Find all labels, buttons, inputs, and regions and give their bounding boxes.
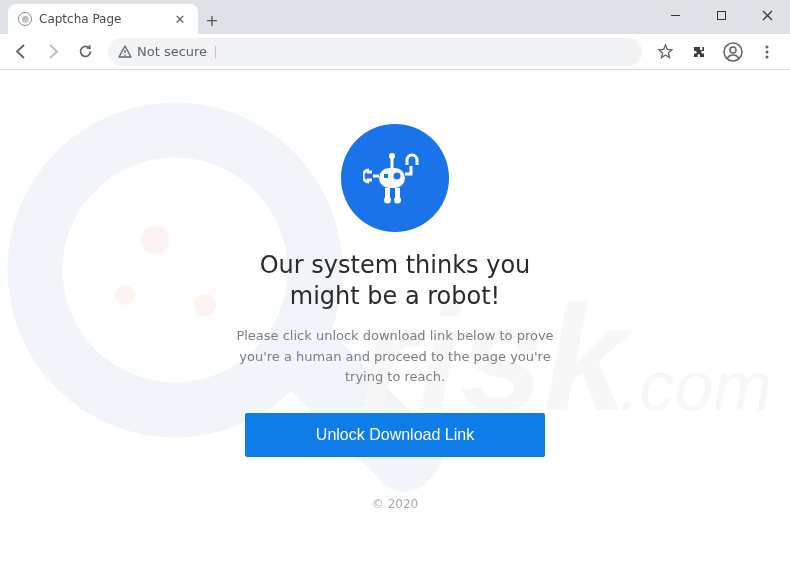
security-indicator[interactable]: Not secure	[118, 44, 207, 59]
tab-title: Captcha Page	[39, 12, 165, 26]
svg-point-5	[124, 54, 126, 56]
sub-text: Please click unlock download link below …	[230, 326, 560, 386]
svg-point-25	[384, 197, 391, 204]
headline-text: Our system thinks you might be a robot!	[225, 250, 565, 312]
robot-icon	[363, 146, 427, 210]
profile-button[interactable]	[718, 37, 748, 67]
globe-icon	[18, 12, 32, 26]
warning-icon	[118, 45, 132, 59]
svg-rect-22	[384, 174, 388, 178]
bookmark-button[interactable]	[650, 37, 680, 67]
address-bar[interactable]: Not secure |	[108, 38, 642, 66]
forward-button[interactable]	[38, 37, 68, 67]
maximize-button[interactable]	[698, 0, 744, 30]
svg-rect-18	[379, 168, 405, 188]
menu-button[interactable]	[752, 37, 782, 67]
close-window-button[interactable]	[744, 0, 790, 30]
back-arrow-icon	[13, 43, 30, 60]
back-button[interactable]	[6, 37, 36, 67]
svg-point-21	[394, 173, 401, 180]
svg-point-20	[389, 153, 395, 159]
footer-text: © 2020	[372, 497, 418, 511]
svg-point-10	[766, 55, 769, 58]
minimize-icon	[670, 10, 681, 21]
maximize-icon	[716, 10, 727, 21]
address-separator: |	[213, 44, 217, 59]
star-icon	[657, 43, 674, 60]
browser-tab[interactable]: Captcha Page ✕	[8, 4, 198, 34]
robot-badge	[341, 124, 449, 232]
kebab-icon	[759, 44, 775, 60]
page-viewport: risk .com	[0, 70, 790, 561]
svg-point-9	[766, 50, 769, 53]
close-icon	[762, 10, 773, 21]
extensions-button[interactable]	[684, 37, 714, 67]
window-controls	[652, 0, 790, 34]
reload-button[interactable]	[70, 37, 100, 67]
svg-point-8	[766, 45, 769, 48]
new-tab-button[interactable]: +	[198, 6, 226, 34]
browser-titlebar: Captcha Page ✕ +	[0, 0, 790, 34]
svg-rect-1	[717, 11, 725, 19]
svg-point-26	[394, 197, 401, 204]
unlock-download-button[interactable]: Unlock Download Link	[245, 413, 545, 457]
minimize-button[interactable]	[652, 0, 698, 30]
toolbar-right	[650, 37, 784, 67]
avatar-icon	[723, 42, 743, 62]
puzzle-icon	[691, 44, 707, 60]
browser-toolbar: Not secure |	[0, 34, 790, 70]
forward-arrow-icon	[45, 43, 62, 60]
svg-point-7	[730, 47, 736, 53]
reload-icon	[77, 43, 94, 60]
captcha-card: Our system thinks you might be a robot! …	[0, 70, 790, 511]
close-tab-icon[interactable]: ✕	[172, 12, 188, 27]
security-label: Not secure	[137, 44, 207, 59]
